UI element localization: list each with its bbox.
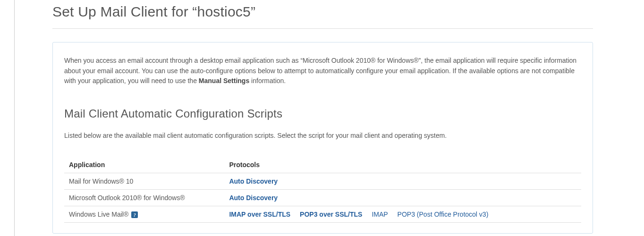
app-cell: Mail for Windows® 10 [64, 173, 224, 190]
table-row: Windows Live Mail® ?IMAP over SSL/TLSPOP… [64, 206, 581, 223]
app-cell: Microsoft Outlook 2010® for Windows® [64, 190, 224, 206]
intro-text: When you access an email account through… [64, 56, 581, 86]
table-row: Microsoft Outlook 2010® for Windows®Auto… [64, 190, 581, 206]
protocol-link[interactable]: IMAP [372, 211, 388, 218]
protocol-link[interactable]: POP3 over SSL/TLS [300, 211, 362, 218]
protocols-cell: Auto Discovery [224, 190, 581, 206]
section-desc: Listed below are the available mail clie… [64, 131, 581, 141]
protocol-link[interactable]: POP3 (Post Office Protocol v3) [398, 211, 489, 218]
main-panel: When you access an email account through… [52, 42, 593, 234]
th-protocols: Protocols [224, 157, 581, 173]
protocols-cell: Auto Discovery [224, 173, 581, 190]
section-title: Mail Client Automatic Configuration Scri… [64, 107, 581, 120]
app-name: Windows Live Mail® [69, 211, 128, 218]
th-application: Application [64, 157, 224, 173]
intro-post: information. [249, 77, 286, 84]
config-table: Application Protocols Mail for Windows® … [64, 157, 581, 223]
protocol-link[interactable]: Auto Discovery [229, 177, 278, 185]
intro-pre: When you access an email account through… [64, 57, 576, 84]
protocol-link[interactable]: IMAP over SSL/TLS [229, 211, 290, 218]
protocol-link[interactable]: Auto Discovery [229, 194, 278, 202]
help-icon[interactable]: ? [131, 211, 138, 218]
page-title: Set Up Mail Client for “hostioc5” [52, 0, 593, 29]
app-name: Microsoft Outlook 2010® for Windows® [69, 194, 185, 202]
intro-strong: Manual Settings [199, 77, 249, 84]
table-row: Mail for Windows® 10Auto Discovery [64, 173, 581, 190]
protocols-cell: IMAP over SSL/TLSPOP3 over SSL/TLSIMAPPO… [224, 206, 581, 223]
app-cell: Windows Live Mail® ? [64, 206, 224, 223]
app-name: Mail for Windows® 10 [69, 177, 133, 185]
